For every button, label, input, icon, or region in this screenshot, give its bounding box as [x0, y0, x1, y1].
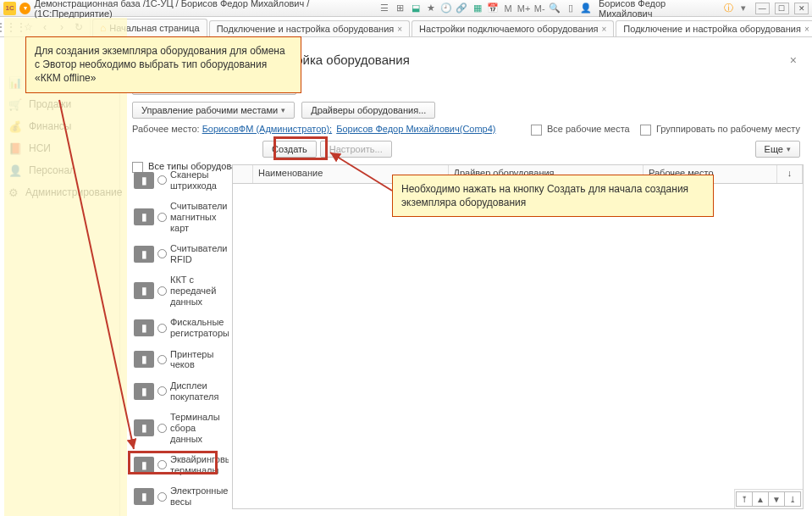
radio-icon: [157, 324, 167, 333]
navigation-sidebar: 📊 Склад 🛒 Продажи 💰 Финансы 📕 НСИ 👤 Перс…: [0, 37, 120, 516]
equipment-type-icon: ▮: [134, 246, 154, 263]
equipment-type-item[interactable]: ▮Терминалы сбора данных: [132, 407, 229, 449]
equipment-type-label: Считыватели магнитных карт: [170, 201, 227, 233]
toolbar-icon[interactable]: ⬓: [410, 2, 422, 14]
minimize-button[interactable]: —: [755, 3, 770, 14]
equipment-type-label: Терминалы сбора данных: [170, 412, 227, 444]
refresh-icon[interactable]: ↻: [73, 21, 85, 33]
tab-label: Настройки подключаемого оборудования: [419, 24, 598, 34]
chevron-down-icon: ▾: [787, 145, 791, 153]
tab-label: Подключение и настройка оборудования: [217, 24, 395, 34]
workplace-link[interactable]: БорисовФМ (Администратор);: [202, 124, 333, 134]
calc-icon[interactable]: ▦: [471, 2, 483, 14]
current-user: Борисов Федор Михайлович: [599, 0, 715, 19]
user-icon[interactable]: 👤: [580, 2, 592, 14]
table-nav-buttons: ⤒ ▲ ▼ ⤓: [734, 489, 803, 508]
annotation-callout-1: Для создания экземпляра оборудования для…: [25, 36, 301, 93]
sidebar-item-personnel[interactable]: 👤 Персонал: [0, 159, 119, 181]
toolbar-icon[interactable]: ☰: [378, 2, 390, 14]
equipment-type-item[interactable]: ▮Электронные весы: [132, 480, 229, 509]
sales-icon: 🛒: [8, 97, 22, 111]
workplace-link[interactable]: Борисов Федор Михайлович(Comp4): [336, 124, 495, 134]
equipment-type-icon: ▮: [134, 488, 154, 505]
create-button[interactable]: Создать: [262, 141, 317, 158]
prev-page-button[interactable]: ▲: [752, 491, 769, 507]
search-icon[interactable]: 🔍: [549, 2, 561, 14]
next-page-button[interactable]: ▼: [768, 491, 785, 507]
toolbar-icon[interactable]: ⊞: [394, 2, 406, 14]
sidebar-item-nsi[interactable]: 📕 НСИ: [0, 137, 119, 159]
calendar-icon[interactable]: 📅: [487, 2, 499, 14]
sidebar-item-label: Финансы: [29, 120, 71, 132]
back-icon[interactable]: ‹: [39, 21, 51, 33]
equipment-type-label: Фискальные регистраторы: [170, 317, 229, 338]
group-by-workplace-checkbox[interactable]: Группировать по рабочему месту: [640, 124, 800, 134]
tab-equipment-settings[interactable]: Настройки подключаемого оборудования ×: [412, 20, 614, 36]
tab-close-icon[interactable]: ×: [397, 25, 402, 34]
sidebar-item-admin[interactable]: ⚙ Администрирование: [0, 181, 119, 203]
sidebar-item-sales[interactable]: 🛒 Продажи: [0, 93, 119, 115]
equipment-type-item[interactable]: ▮Эквайринговые терминалы: [132, 449, 229, 480]
tab-home[interactable]: ⌂ Начальная страница: [92, 19, 207, 36]
forward-icon[interactable]: ›: [56, 21, 68, 33]
equipment-type-item[interactable]: ▮ККТ с передачей данных: [132, 269, 229, 312]
checkbox-icon: [640, 125, 651, 136]
radio-icon: [157, 355, 167, 364]
info-icon[interactable]: ⓘ: [722, 2, 734, 14]
maximize-button[interactable]: ☐: [775, 3, 789, 14]
window-title: Демонстрационная база /1С-УЦ / Борисов Ф…: [34, 0, 372, 19]
equipment-type-item[interactable]: ▮Считыватели RFID: [132, 238, 229, 269]
workplace-row: Рабочее место: БорисовФМ (Администратор)…: [120, 122, 812, 137]
m-minus-icon[interactable]: M-: [533, 2, 545, 14]
sidebar-item-finance[interactable]: 💰 Финансы: [0, 115, 119, 137]
drivers-button[interactable]: Драйверы оборудования...: [301, 102, 435, 119]
equipment-type-item[interactable]: ▮Сканеры штрихкода: [132, 164, 229, 196]
home-icon: ⌂: [100, 22, 106, 34]
configure-button[interactable]: Настроить...: [320, 141, 392, 158]
all-workplaces-checkbox[interactable]: Все рабочие места: [531, 124, 632, 134]
tab-close-icon[interactable]: ×: [602, 25, 607, 34]
table-header-check[interactable]: [233, 165, 253, 183]
equipment-type-item[interactable]: ▮Фискальные регистраторы: [132, 312, 229, 343]
m-icon[interactable]: M: [502, 2, 514, 14]
more-button[interactable]: Еще ▾: [755, 141, 800, 158]
equipment-type-icon: ▮: [134, 457, 154, 474]
page-close-icon[interactable]: ×: [790, 53, 797, 67]
warehouse-icon: 📊: [8, 75, 22, 89]
sidebar-item-label: НСИ: [29, 142, 51, 154]
content-area: ← → Подключение и настройка оборудования…: [120, 37, 812, 516]
workplace-label: Рабочее место:: [132, 124, 200, 134]
radio-icon: [157, 175, 167, 185]
tab-equipment-active[interactable]: Подключение и настройка оборудования ×: [616, 20, 812, 36]
personnel-icon: 👤: [8, 164, 22, 177]
window-titlebar: 1C ▾ Демонстрационная база /1С-УЦ / Бори…: [0, 0, 812, 17]
favorite-icon[interactable]: ★: [425, 2, 437, 14]
gear-icon: ⚙: [8, 186, 19, 199]
star-outline-icon[interactable]: ☆: [22, 21, 34, 33]
equipment-type-item[interactable]: ▮Считыватели магнитных карт: [132, 196, 229, 238]
close-button[interactable]: ✕: [794, 3, 809, 14]
chevron-down-icon: ▾: [281, 106, 285, 114]
radio-icon: [157, 286, 167, 296]
sidebar-item-label: Администрирование: [25, 186, 122, 198]
book-icon[interactable]: ▯: [565, 2, 577, 14]
apps-icon[interactable]: ⋮⋮⋮: [5, 21, 17, 33]
table-header-sort[interactable]: ↓: [777, 165, 803, 183]
m-plus-icon[interactable]: M+: [517, 2, 530, 14]
first-page-button[interactable]: ⤒: [736, 491, 753, 507]
history-icon[interactable]: 🕘: [440, 2, 452, 14]
tab-equipment-1[interactable]: Подключение и настройка оборудования ×: [209, 20, 410, 36]
equipment-type-item[interactable]: ▮Принтеры чеков: [132, 344, 229, 375]
finance-icon: 💰: [8, 119, 22, 133]
sidebar-item-label: Продажи: [29, 98, 71, 110]
app-menu-dropdown-icon[interactable]: ▾: [19, 3, 30, 14]
manage-workplaces-button[interactable]: Управление рабочими местами ▾: [132, 102, 295, 119]
radio-icon: [157, 249, 167, 258]
last-page-button[interactable]: ⤓: [784, 491, 801, 507]
dropdown-icon[interactable]: ▾: [737, 2, 749, 14]
tab-close-icon[interactable]: ×: [804, 25, 809, 34]
equipment-type-label: Сканеры штрихкода: [170, 169, 227, 191]
equipment-type-item[interactable]: ▮Дисплеи покупателя: [132, 375, 229, 407]
app-logo-icon: 1C: [3, 2, 16, 15]
link-icon[interactable]: 🔗: [456, 2, 467, 14]
